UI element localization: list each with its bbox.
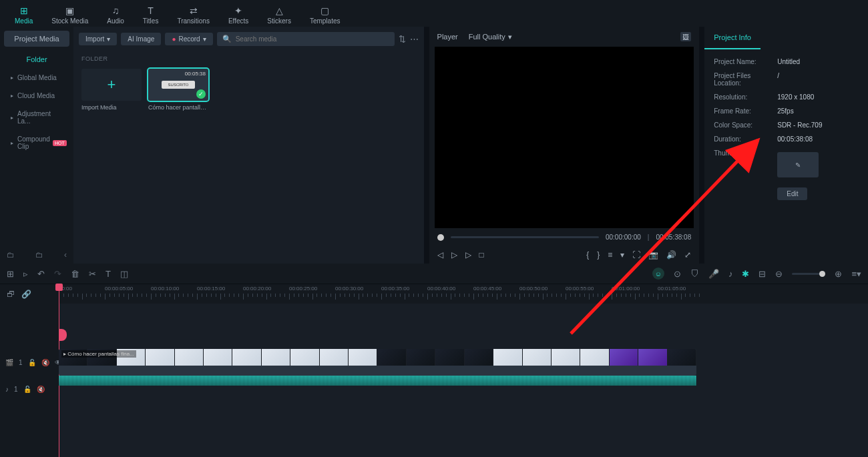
tab-titles[interactable]: TTitles [134, 3, 168, 27]
sidebar-global-media[interactable]: Global Media [4, 69, 69, 86]
search-media-input[interactable]: 🔍 [217, 32, 395, 46]
info-key: Color Space: [714, 121, 777, 129]
thumbnail-edit-box[interactable]: ✎ [777, 152, 819, 177]
lock-icon[interactable]: 🔓 [28, 359, 36, 366]
folder-icon[interactable]: 🗀 [35, 250, 43, 260]
delete-icon[interactable]: 🗑 [71, 269, 79, 279]
snapshot-icon[interactable]: 🖼 [680, 32, 691, 41]
zoom-slider[interactable] [792, 273, 825, 275]
quality-dropdown[interactable]: Full Quality▾ [469, 33, 512, 41]
mic-icon[interactable]: 🎤 [708, 269, 719, 279]
project-info-panel: Project Info Project Name:Untitled Proje… [704, 27, 868, 264]
play-pause-icon[interactable]: ▷ [451, 250, 457, 260]
tab-templates[interactable]: ▢Templates [300, 3, 350, 27]
folder-link[interactable]: Folder [0, 51, 73, 68]
chain-icon[interactable]: 🔗 [21, 290, 31, 299]
record-dot-icon: ● [172, 35, 176, 43]
prev-frame-icon[interactable]: ◁ [437, 250, 443, 260]
ai-image-button[interactable]: AI Image [121, 33, 161, 45]
view-options-icon[interactable]: ≡▾ [851, 269, 861, 279]
cursor-icon[interactable]: ▹ [23, 269, 28, 279]
folder-header: FOLDER [79, 51, 419, 66]
mute-icon[interactable]: 🔇 [41, 359, 49, 366]
chevron-down-icon[interactable]: ▾ [620, 250, 624, 260]
top-tab-bar: ⊞Media ▣Stock Media ♫Audio TTitles ⇄Tran… [0, 0, 868, 27]
smiley-icon[interactable]: ☺ [652, 268, 664, 280]
markers-icon[interactable]: ≡ [608, 250, 612, 260]
tab-transitions[interactable]: ⇄Transitions [168, 3, 219, 27]
edit-button[interactable]: Edit [777, 187, 807, 200]
mark-in-icon[interactable]: { [586, 250, 589, 260]
sidebar-compound-clip[interactable]: Compound Clip [4, 131, 69, 155]
total-time: 00:05:38:08 [656, 234, 691, 241]
import-media-tile[interactable]: + Import Media [81, 69, 142, 114]
sidebar-footer: 🗀 🗀 ‹ [0, 246, 73, 264]
folder-add-icon[interactable]: 🗀 [7, 250, 15, 260]
adjust-icon[interactable]: ⊟ [758, 269, 766, 279]
filter-icon[interactable]: ⇅ [399, 34, 406, 44]
scrub-track[interactable] [451, 236, 599, 238]
info-key: Duration: [714, 135, 777, 143]
sidebar-cloud-media[interactable]: Cloud Media [4, 87, 69, 104]
lock-icon[interactable]: 🔓 [23, 386, 31, 393]
plus-icon: + [107, 76, 116, 93]
redo-icon[interactable]: ↷ [54, 269, 61, 279]
tab-effects[interactable]: ✦Effects [219, 3, 258, 27]
color-icon[interactable]: ✱ [742, 269, 749, 279]
media-clip-tile[interactable]: 00:05:38 SUSCRITO ✓ Cómo hacer pantallas… [148, 69, 208, 114]
link-icon[interactable]: 🗗 [7, 290, 15, 299]
tab-stickers[interactable]: △Stickers [258, 3, 300, 27]
scrub-handle[interactable] [437, 234, 444, 241]
video-viewport[interactable] [435, 47, 694, 228]
import-dropdown[interactable]: Import▾ [79, 33, 117, 45]
chevron-down-icon: ▾ [107, 35, 110, 43]
media-browser: Import▾ AI Image ●Record▾ 🔍 ⇅ ⋯ FOLDER +… [73, 27, 424, 264]
info-key: Frame Rate: [714, 107, 777, 115]
project-media-button[interactable]: Project Media [4, 31, 69, 47]
tab-stock-media[interactable]: ▣Stock Media [42, 3, 97, 27]
undo-icon[interactable]: ↶ [37, 269, 45, 279]
record-dropdown[interactable]: ●Record▾ [165, 33, 212, 45]
camera-icon[interactable]: 📷 [648, 250, 658, 260]
text-icon[interactable]: T [105, 269, 111, 279]
sidebar-adjustment-layer[interactable]: Adjustment La... [4, 105, 69, 129]
info-key: Project Files Location: [714, 72, 777, 87]
audio-waveform[interactable] [59, 376, 696, 386]
video-track-head[interactable]: 🎬1 🔓 🔇 👁 [0, 349, 59, 376]
info-value: 25fps [777, 107, 793, 115]
check-icon: ✓ [196, 89, 206, 99]
speed-icon[interactable]: ⊙ [674, 269, 681, 279]
clip-label: ▸ Cómo hacer pantallas fina... [61, 350, 136, 358]
cut-icon[interactable]: ✂ [89, 269, 96, 279]
grid-icon[interactable]: ⊞ [7, 269, 14, 279]
fullscreen-icon[interactable]: ⛶ [632, 250, 640, 260]
tab-media[interactable]: ⊞Media [5, 3, 42, 27]
in-marker[interactable] [59, 329, 67, 341]
collapse-icon[interactable]: ‹ [64, 250, 67, 260]
shield-icon[interactable]: ⛉ [690, 269, 699, 279]
audio-icon: ♪ [5, 386, 9, 393]
video-clip[interactable]: ▸ Cómo hacer pantallas fina... [59, 349, 696, 376]
mute-icon[interactable]: 🔇 [37, 386, 45, 393]
timeline-header: 🗗 🔗 00:0000:00:05:0000:00:10:0000:00:15:… [0, 284, 868, 304]
mark-out-icon[interactable]: } [597, 250, 600, 260]
more-icon[interactable]: ⋯ [410, 34, 419, 44]
volume-icon[interactable]: 🔊 [666, 250, 676, 260]
crop-icon[interactable]: ◫ [120, 269, 128, 279]
stock-icon: ▣ [64, 5, 76, 16]
tracks-area[interactable]: ▸ Cómo hacer pantallas fina... [59, 304, 868, 457]
music-icon[interactable]: ♪ [728, 269, 733, 279]
zoom-out-icon[interactable]: ⊖ [775, 269, 783, 279]
stop-icon[interactable]: □ [479, 250, 484, 260]
zoom-in-icon[interactable]: ⊕ [835, 269, 842, 279]
play-icon[interactable]: ▷ [465, 250, 471, 260]
info-value: 00:05:38:08 [777, 135, 813, 143]
search-icon: 🔍 [222, 35, 232, 43]
media-icon: ⊞ [18, 5, 30, 16]
tab-audio[interactable]: ♫Audio [97, 3, 134, 27]
timeline-ruler[interactable]: 00:0000:00:05:0000:00:10:0000:00:15:0000… [59, 284, 868, 304]
expand-icon[interactable]: ⤢ [684, 250, 691, 260]
project-info-tab[interactable]: Project Info [704, 27, 761, 49]
audio-track-head[interactable]: ♪1 🔓 🔇 [0, 376, 59, 402]
templates-icon: ▢ [319, 5, 331, 16]
